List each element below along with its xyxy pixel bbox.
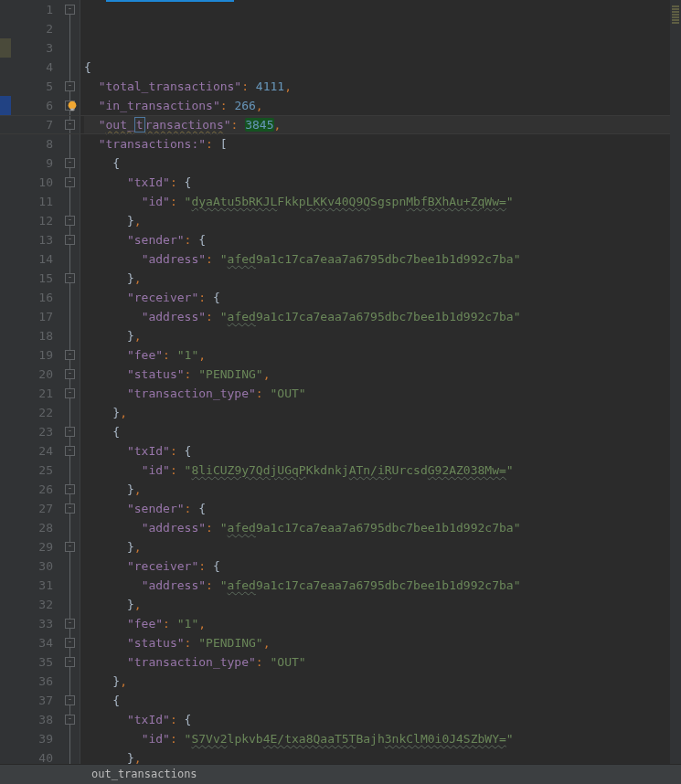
line-number[interactable]: 5 <box>11 77 53 96</box>
fold-toggle-icon[interactable] <box>65 715 75 725</box>
line-number[interactable]: 2 <box>11 19 53 38</box>
line-number[interactable]: 23 <box>11 422 53 441</box>
code-line[interactable]: }, <box>84 480 681 499</box>
code-line[interactable]: }, <box>84 537 681 556</box>
fold-toggle-icon[interactable] <box>65 542 75 552</box>
line-number[interactable]: 6 <box>11 96 53 115</box>
line-number[interactable]: 15 <box>11 269 53 288</box>
code-line[interactable]: }, <box>84 211 681 230</box>
line-number[interactable]: 39 <box>11 729 53 748</box>
fold-toggle-icon[interactable] <box>65 427 75 437</box>
code-line[interactable]: "out_transactions": 3845, <box>84 115 681 134</box>
line-number[interactable]: 27 <box>11 499 53 518</box>
code-line[interactable]: "address": "afed9a1c17ca7eaa7a6795dbc7be… <box>84 518 681 537</box>
line-number[interactable]: 36 <box>11 672 53 691</box>
line-number[interactable]: 10 <box>11 173 53 192</box>
code-line[interactable]: "status": "PENDING", <box>84 633 681 652</box>
breadcrumb[interactable]: out_transactions <box>91 765 197 784</box>
line-number[interactable]: 32 <box>11 595 53 614</box>
fold-toggle-icon[interactable] <box>65 619 75 629</box>
code-line[interactable]: "address": "afed9a1c17ca7eaa7a6795dbc7be… <box>84 249 681 269</box>
line-number[interactable]: 29 <box>11 537 53 556</box>
line-number[interactable]: 34 <box>11 633 53 652</box>
fold-toggle-icon[interactable] <box>65 484 75 494</box>
code-editor[interactable]: 1234567891011121314151617181920212223242… <box>0 0 681 764</box>
code-line[interactable]: "sender": { <box>84 230 681 249</box>
code-line[interactable]: { <box>84 154 681 173</box>
line-number[interactable]: 4 <box>11 58 53 77</box>
line-number[interactable]: 11 <box>11 192 53 211</box>
line-number[interactable]: 38 <box>11 710 53 729</box>
code-line[interactable]: "transactions:": [ <box>84 134 681 154</box>
fold-toggle-icon[interactable] <box>65 446 75 456</box>
fold-column[interactable] <box>62 0 80 764</box>
intention-bulb-icon[interactable] <box>66 99 79 111</box>
error-stripe[interactable] <box>670 0 681 764</box>
code-line[interactable]: }, <box>84 326 681 345</box>
line-number[interactable]: 25 <box>11 461 53 480</box>
fold-toggle-icon[interactable] <box>65 120 75 130</box>
code-line[interactable]: "transaction_type": "OUT" <box>84 384 681 403</box>
code-line[interactable]: "address": "afed9a1c17ca7eaa7a6795dbc7be… <box>84 576 681 595</box>
code-line[interactable]: { <box>84 58 681 77</box>
code-line[interactable]: }, <box>84 672 681 691</box>
line-number[interactable]: 7 <box>11 115 53 134</box>
code-line[interactable]: }, <box>84 269 681 288</box>
fold-toggle-icon[interactable] <box>65 5 75 15</box>
line-number[interactable]: 3 <box>11 38 53 58</box>
fold-toggle-icon[interactable] <box>65 216 75 226</box>
line-number[interactable]: 14 <box>11 249 53 269</box>
fold-toggle-icon[interactable] <box>65 177 75 187</box>
fold-toggle-icon[interactable] <box>65 695 75 705</box>
line-number[interactable]: 18 <box>11 326 53 345</box>
line-number[interactable]: 16 <box>11 288 53 307</box>
code-area[interactable]: { "total_transactions": 4111, "in_transa… <box>80 0 681 764</box>
code-line[interactable]: "id": "8liCUZ9y7QdjUGqPKkdnkjATn/iRUrcsd… <box>84 461 681 480</box>
code-line[interactable]: "fee": "1", <box>84 345 681 365</box>
line-number[interactable]: 35 <box>11 652 53 672</box>
fold-toggle-icon[interactable] <box>65 638 75 648</box>
code-line[interactable]: "address": "afed9a1c17ca7eaa7a6795dbc7be… <box>84 307 681 326</box>
line-number[interactable]: 9 <box>11 154 53 173</box>
code-line[interactable]: "fee": "1", <box>84 614 681 633</box>
line-number[interactable]: 31 <box>11 576 53 595</box>
line-number[interactable]: 1 <box>11 0 53 19</box>
fold-toggle-icon[interactable] <box>65 158 75 168</box>
code-line[interactable]: }, <box>84 403 681 422</box>
code-line[interactable]: }, <box>84 595 681 614</box>
line-number[interactable]: 22 <box>11 403 53 422</box>
line-number[interactable]: 8 <box>11 134 53 154</box>
code-line[interactable]: "total_transactions": 4111, <box>84 77 681 96</box>
fold-toggle-icon[interactable] <box>65 657 75 667</box>
code-line[interactable]: "transaction_type": "OUT" <box>84 652 681 672</box>
fold-toggle-icon[interactable] <box>65 388 75 398</box>
fold-toggle-icon[interactable] <box>65 235 75 245</box>
code-line[interactable]: "in_transactions": 266, <box>84 96 681 115</box>
code-line[interactable]: "status": "PENDING", <box>84 365 681 384</box>
line-number[interactable]: 26 <box>11 480 53 499</box>
line-number[interactable]: 37 <box>11 691 53 710</box>
code-line[interactable]: "id": "dyaAtu5bRKJLFkkpLKKv40Q9QSgspnMbf… <box>84 192 681 211</box>
fold-toggle-icon[interactable] <box>65 369 75 379</box>
line-number-gutter[interactable]: 1234567891011121314151617181920212223242… <box>11 0 62 764</box>
line-number[interactable]: 24 <box>11 441 53 461</box>
code-line[interactable]: "receiver": { <box>84 556 681 576</box>
code-line[interactable]: "txId": { <box>84 710 681 729</box>
code-line[interactable]: "id": "S7Vv2lpkvb4E/txa8QaaT5TBajh3nkClM… <box>84 729 681 748</box>
code-line[interactable]: "txId": { <box>84 441 681 461</box>
fold-toggle-icon[interactable] <box>65 81 75 91</box>
line-number[interactable]: 21 <box>11 384 53 403</box>
code-line[interactable]: { <box>84 422 681 441</box>
line-number[interactable]: 12 <box>11 211 53 230</box>
code-line[interactable]: "receiver": { <box>84 288 681 307</box>
code-line[interactable]: "txId": { <box>84 173 681 192</box>
line-number[interactable]: 13 <box>11 230 53 249</box>
fold-toggle-icon[interactable] <box>65 503 75 514</box>
code-line[interactable]: { <box>84 691 681 710</box>
line-number[interactable]: 30 <box>11 556 53 576</box>
line-number[interactable]: 33 <box>11 614 53 633</box>
fold-toggle-icon[interactable] <box>65 273 75 283</box>
line-number[interactable]: 28 <box>11 518 53 537</box>
code-line[interactable]: "sender": { <box>84 499 681 518</box>
line-number[interactable]: 19 <box>11 345 53 365</box>
